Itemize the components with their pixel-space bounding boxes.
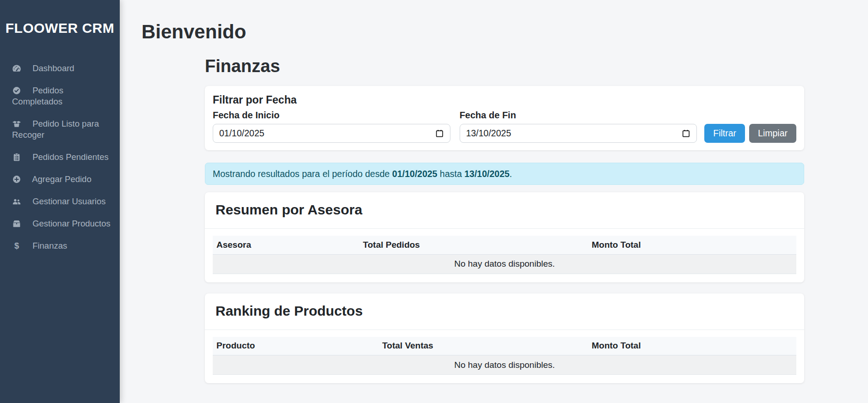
end-date-input-wrap bbox=[460, 124, 697, 143]
results-period-alert: Mostrando resultados para el período des… bbox=[205, 163, 804, 185]
alert-text-suffix: . bbox=[510, 169, 512, 179]
sidebar-item-label: Gestionar Productos bbox=[32, 219, 111, 228]
start-date-input-wrap bbox=[213, 124, 450, 143]
empty-message: No hay datos disponibles. bbox=[213, 254, 796, 274]
start-date-label: Fecha de Inicio bbox=[213, 110, 450, 121]
sidebar-item-dashboard[interactable]: Dashboard bbox=[0, 57, 120, 79]
ranking-productos-card: Ranking de Productos Producto Total Vent… bbox=[205, 293, 804, 384]
column-header-total-pedidos: Total Pedidos bbox=[359, 236, 588, 254]
finanzas-section: Finanzas Filtrar por Fecha Fecha de Inic… bbox=[205, 55, 804, 383]
sidebar-item-label: Pedido Listo para Recoger bbox=[12, 119, 99, 140]
app-title: FLOOWER CRM bbox=[0, 0, 120, 36]
sidebar-item-label: Dashboard bbox=[32, 63, 74, 73]
clipboard-list-icon bbox=[12, 153, 21, 162]
sidebar-item-label: Pedidos Pendientes bbox=[32, 152, 109, 162]
sidebar-item-pedido-listo[interactable]: Pedido Listo para Recoger bbox=[0, 113, 120, 146]
main-content: Bienvenido Finanzas Filtrar por Fecha Fe… bbox=[120, 0, 868, 403]
start-date-field-group: Fecha de Inicio bbox=[213, 110, 450, 143]
ranking-productos-header: Ranking de Productos bbox=[205, 293, 804, 330]
filtrar-button[interactable]: Filtrar bbox=[704, 124, 745, 143]
sidebar-item-agregar-pedido[interactable]: Agregar Pedido bbox=[0, 168, 120, 190]
box-open-icon bbox=[12, 119, 21, 128]
sidebar-item-pedidos-pendientes[interactable]: Pedidos Pendientes bbox=[0, 146, 120, 168]
column-header-producto: Producto bbox=[213, 337, 378, 355]
resumen-asesora-card: Resumen por Asesora Asesora Total Pedido… bbox=[205, 192, 804, 282]
column-header-total-ventas: Total Ventas bbox=[378, 337, 588, 355]
end-date-input[interactable] bbox=[466, 128, 682, 139]
table-header-row: Asesora Total Pedidos Monto Total bbox=[213, 236, 796, 254]
resumen-asesora-title: Resumen por Asesora bbox=[215, 202, 796, 218]
page-title: Bienvenido bbox=[142, 20, 804, 43]
sidebar-item-finanzas[interactable]: $ Finanzas bbox=[0, 235, 120, 257]
calendar-icon[interactable] bbox=[682, 129, 690, 138]
sidebar: FLOOWER CRM Dashboard Pedidos Completado… bbox=[0, 0, 120, 403]
sidebar-item-label: Gestionar Usuarios bbox=[32, 196, 105, 206]
alert-start-date: 01/10/2025 bbox=[392, 169, 437, 179]
sidebar-nav: Dashboard Pedidos Completados Pedido Lis… bbox=[0, 57, 120, 257]
gauge-icon bbox=[12, 64, 21, 73]
sidebar-item-pedidos-completados[interactable]: Pedidos Completados bbox=[0, 79, 120, 113]
sidebar-item-gestionar-productos[interactable]: Gestionar Productos bbox=[0, 213, 120, 235]
sidebar-item-label: Agregar Pedido bbox=[32, 174, 92, 184]
ranking-productos-table: Producto Total Ventas Monto Total No hay… bbox=[213, 337, 796, 375]
empty-message: No hay datos disponibles. bbox=[213, 355, 796, 375]
sidebar-item-label: Finanzas bbox=[32, 241, 67, 250]
dollar-icon: $ bbox=[12, 241, 21, 250]
alert-text-prefix: Mostrando resultados para el período des… bbox=[213, 169, 392, 179]
check-circle-icon bbox=[12, 86, 21, 95]
ranking-productos-title: Ranking de Productos bbox=[215, 303, 796, 319]
sidebar-item-gestionar-usuarios[interactable]: Gestionar Usuarios bbox=[0, 190, 120, 213]
column-header-asesora: Asesora bbox=[213, 236, 359, 254]
column-header-monto-total: Monto Total bbox=[588, 236, 796, 254]
start-date-input[interactable] bbox=[219, 128, 435, 139]
table-header-row: Producto Total Ventas Monto Total bbox=[213, 337, 796, 355]
alert-text-middle: hasta bbox=[437, 169, 465, 179]
column-header-monto-total: Monto Total bbox=[588, 337, 796, 355]
resumen-asesora-body: Asesora Total Pedidos Monto Total No hay… bbox=[205, 229, 804, 282]
limpiar-button[interactable]: Limpiar bbox=[749, 124, 796, 143]
section-title: Finanzas bbox=[205, 55, 804, 77]
calendar-icon[interactable] bbox=[435, 129, 444, 138]
end-date-label: Fecha de Fin bbox=[460, 110, 697, 121]
date-filter-card: Filtrar por Fecha Fecha de Inicio Fecha bbox=[205, 86, 804, 150]
filter-buttons: Filtrar Limpiar bbox=[704, 124, 796, 143]
resumen-asesora-header: Resumen por Asesora bbox=[205, 192, 804, 229]
plus-circle-icon bbox=[12, 175, 21, 184]
users-icon bbox=[12, 197, 21, 206]
ranking-productos-body: Producto Total Ventas Monto Total No hay… bbox=[205, 330, 804, 384]
svg-text:$: $ bbox=[14, 241, 19, 250]
box-icon bbox=[12, 219, 21, 228]
end-date-field-group: Fecha de Fin bbox=[460, 110, 697, 143]
alert-end-date: 13/10/2025 bbox=[464, 169, 510, 179]
resumen-asesora-table: Asesora Total Pedidos Monto Total No hay… bbox=[213, 236, 796, 274]
table-empty-row: No hay datos disponibles. bbox=[213, 355, 796, 375]
filter-title: Filtrar por Fecha bbox=[213, 94, 796, 106]
table-empty-row: No hay datos disponibles. bbox=[213, 254, 796, 274]
